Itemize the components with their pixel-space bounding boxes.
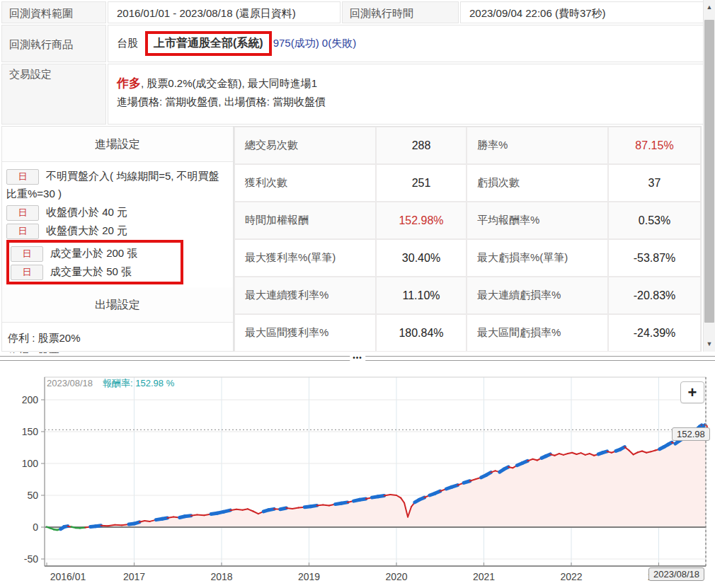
svg-text:50: 50 (27, 490, 38, 501)
svg-text:200: 200 (22, 394, 39, 405)
svg-text:2017: 2017 (123, 571, 145, 582)
result-label: 最大獲利率%(單筆) (234, 239, 376, 277)
scroll-down-icon[interactable]: ▼ (704, 338, 715, 350)
trade-line-1: 作多, 股票0.2%(成交金額), 最大同時進場1 (117, 74, 695, 93)
result-label: 勝率% (467, 127, 608, 164)
vertical-scrollbar[interactable]: ▲ ▼ (703, 0, 715, 352)
product-value: 台股 上市普通股全部(系統) 975(成功) 0(失敗) (108, 25, 704, 62)
result-value: 30.40% (376, 239, 467, 277)
product-name-annotation-box: 上市普通股全部(系統) (145, 31, 272, 56)
chart-zoom-button[interactable]: + (680, 381, 704, 403)
daily-badge[interactable]: 日 (6, 205, 39, 221)
result-label: 時間加權報酬 (234, 202, 376, 239)
result-value: 251 (376, 164, 467, 202)
trade-direction: 作多 (117, 76, 141, 90)
entry-condition-row[interactable]: 日成交量小於 200 張 (11, 244, 179, 262)
result-label: 虧損次數 (467, 164, 608, 202)
volume-conditions-annotation-box: 日成交量小於 200 張 日成交量大於 50 張 (6, 240, 183, 284)
exit-settings-header: 出場設定 (2, 287, 233, 323)
entry-condition-text: 收盤價大於 20 元 (46, 224, 127, 236)
entry-condition-row[interactable]: 日收盤價大於 20 元 (6, 221, 229, 239)
result-value: -53.87% (608, 239, 701, 277)
product-result-link[interactable]: 975(成功) 0(失敗) (273, 37, 357, 50)
daily-badge[interactable]: 日 (11, 246, 43, 262)
scrollbar-thumb[interactable] (704, 20, 714, 323)
svg-text:100: 100 (22, 458, 39, 469)
svg-text:0: 0 (33, 521, 38, 533)
chart-header: 2023/08/18報酬率: 152.98 % (47, 377, 174, 390)
daily-badge[interactable]: 日 (6, 169, 39, 185)
result-value: 288 (376, 127, 467, 164)
current-return-tag: 152.98 (672, 427, 710, 441)
exit-condition-text[interactable]: 停利 : 股票20% (8, 328, 227, 347)
result-label: 最大區間虧損率% (467, 314, 608, 352)
trade-line-2: 進場價格: 當期收盤價, 出場價格: 當期收盤價 (117, 93, 695, 111)
chart-return-readout: 報酬率: 152.98 % (103, 378, 174, 388)
info-row-product: 回測執行商品 台股 上市普通股全部(系統) 975(成功) 0(失敗) (1, 25, 704, 62)
result-value: 152.98% (376, 202, 467, 239)
entry-settings-header: 進場設定 (2, 127, 233, 162)
svg-text:2019: 2019 (298, 571, 320, 582)
svg-text:2016/01: 2016/01 (50, 571, 86, 582)
chart-cursor-date: 2023/08/18 (47, 378, 93, 388)
scroll-up-icon[interactable]: ▲ (704, 1, 715, 13)
result-label: 最大連續虧損率% (467, 277, 608, 314)
equity-curve-chart[interactable]: 200150100500-502016/01201720182019202020… (0, 366, 715, 588)
result-value: -24.39% (608, 314, 701, 352)
entry-condition-text: 成交量小於 200 張 (50, 247, 137, 259)
entry-condition-text: 成交量大於 50 張 (50, 265, 132, 277)
equity-chart-pane: 200150100500-502016/01201720182019202020… (0, 366, 715, 588)
exec-time-value: 2023/09/04 22:06 (費時37秒) (460, 1, 704, 23)
trade-settings-label: 交易設定 (1, 64, 106, 125)
result-value: 87.15% (608, 127, 701, 164)
svg-text:2018: 2018 (210, 571, 232, 582)
data-range-value: 2016/01/01 - 2023/08/18 (還原日資料) (108, 1, 341, 23)
exec-time-label: 回測執行時間 (342, 1, 459, 23)
info-row-trade: 交易設定 作多, 股票0.2%(成交金額), 最大同時進場1 進場價格: 當期收… (1, 64, 704, 125)
data-range-label: 回測資料範圍 (1, 1, 106, 23)
result-label: 最大區間獲利率% (234, 314, 376, 352)
current-date-tag: 2023/08/18 (648, 567, 704, 581)
entry-condition-row[interactable]: 日成交量大於 50 張 (11, 263, 179, 280)
entry-condition-row[interactable]: 日收盤價小於 40 元 (6, 203, 229, 221)
trade-settings-value: 作多, 股票0.2%(成交金額), 最大同時進場1 進場價格: 當期收盤價, 出… (108, 64, 704, 125)
exit-settings-list: 停利 : 股票20% 停損 : 股票50% (2, 323, 233, 372)
daily-badge[interactable]: 日 (11, 265, 43, 280)
result-label: 獲利次數 (234, 164, 376, 202)
info-row-range-time: 回測資料範圍 2016/01/01 - 2023/08/18 (還原日資料) 回… (1, 1, 704, 23)
product-label: 回測執行商品 (1, 25, 106, 62)
svg-text:150: 150 (22, 426, 39, 437)
entry-condition-text: 收盤價小於 40 元 (46, 206, 127, 218)
settings-panel: 進場設定 日不明買盤介入( 均線期間=5, 不明買盤比重%=30 ) 日收盤價小… (1, 126, 234, 352)
daily-badge[interactable]: 日 (6, 224, 39, 239)
result-label: 最大連續獲利率% (234, 277, 376, 314)
svg-text:2021: 2021 (473, 571, 495, 582)
svg-text:2020: 2020 (385, 571, 407, 582)
backtest-app: 回測資料範圍 2016/01/01 - 2023/08/18 (還原日資料) 回… (0, 0, 715, 588)
svg-text:-50: -50 (24, 553, 38, 565)
result-label: 最大虧損率%(單筆) (467, 239, 608, 277)
trade-line-1-rest: , 股票0.2%(成交金額), 最大同時進場1 (141, 77, 317, 89)
result-value: 11.10% (376, 277, 467, 314)
product-market: 台股 (117, 37, 138, 50)
svg-text:2022: 2022 (560, 571, 582, 582)
top-pane: 回測資料範圍 2016/01/01 - 2023/08/18 (還原日資料) 回… (0, 0, 715, 352)
result-value: 37 (608, 164, 701, 202)
results-table: 總交易次數 288 勝率% 87.15% 獲利次數 251 虧損次數 37 時間… (234, 126, 702, 352)
result-value: 0.53% (608, 202, 701, 239)
splitter-handle-icon[interactable]: ••• (350, 354, 365, 362)
result-value: 180.84% (376, 314, 467, 352)
entry-condition-row[interactable]: 日不明買盤介入( 均線期間=5, 不明買盤比重%=30 ) (6, 167, 229, 202)
result-label: 平均報酬率% (467, 202, 608, 239)
settings-results-section: 進場設定 日不明買盤介入( 均線期間=5, 不明買盤比重%=30 ) 日收盤價小… (1, 126, 702, 352)
result-value: -20.83% (608, 277, 701, 314)
pane-splitter[interactable]: ••• (0, 353, 715, 363)
entry-settings-list: 日不明買盤介入( 均線期間=5, 不明買盤比重%=30 ) 日收盤價小於 40 … (2, 162, 233, 287)
result-label: 總交易次數 (234, 127, 376, 164)
